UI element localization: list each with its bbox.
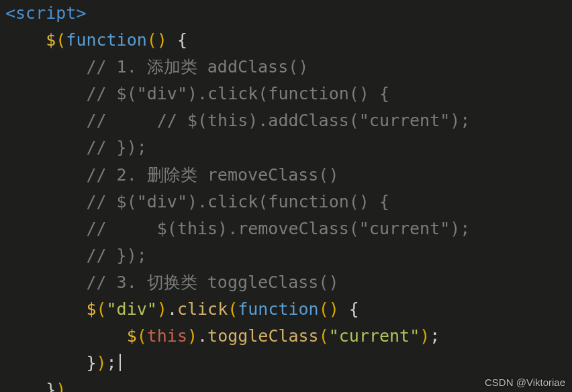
keyword-this: this [147,326,187,346]
method-toggleclass: toggleClass [207,326,319,346]
jquery-dollar: $ [86,299,96,319]
tag-name: script [15,3,76,23]
paren-open: ( [319,326,329,346]
comment-line: // }); [86,246,146,265]
jquery-dollar: $ [127,326,137,346]
semicolon: ; [107,353,117,373]
dot: . [167,299,177,319]
comment-line: // 3. 切换类 toggleClass() [86,273,338,292]
paren-open: ( [228,299,238,319]
comment-line: // 2. 删除类 removeClass() [86,165,338,185]
comment-line: // // $(this).addClass("current"); [86,111,470,130]
code-editor-content[interactable]: <script> $(function() { // 1. 添加类 addCla… [0,0,572,392]
keyword-function: function [66,30,146,50]
string-literal: "div" [107,299,157,319]
parens: () [319,299,339,319]
dot: . [197,326,207,346]
paren-close: ) [420,326,430,346]
brace-close: } [86,353,96,373]
brace-open: { [349,299,359,319]
semicolon: ; [430,326,440,346]
brace-open: { [177,30,187,50]
paren-close: ) [56,380,66,392]
comment-line: // $("div").click(function() { [86,84,389,103]
tag-close: > [76,3,86,23]
tag-open: < [5,3,15,23]
parens: () [147,30,167,50]
paren-close: ) [96,353,106,373]
method-click: click [177,299,228,319]
space [167,30,177,50]
brace-close: } [46,380,56,392]
string-literal: "current" [329,326,420,346]
paren-open: ( [56,30,66,50]
text-cursor [120,354,121,371]
paren-close: ) [157,299,167,319]
paren-close: ) [187,326,197,346]
jquery-dollar: $ [46,30,56,50]
space [339,299,349,319]
watermark: CSDN @Viktoriae [485,377,565,388]
keyword-function: function [238,299,318,319]
comment-line: // 1. 添加类 addClass() [86,57,308,77]
comment-line: // }); [86,138,146,157]
comment-line: // $(this).removeClass("current"); [86,219,470,238]
paren-open: ( [137,326,147,346]
comment-line: // $("div").click(function() { [86,192,389,211]
paren-open: ( [96,299,106,319]
